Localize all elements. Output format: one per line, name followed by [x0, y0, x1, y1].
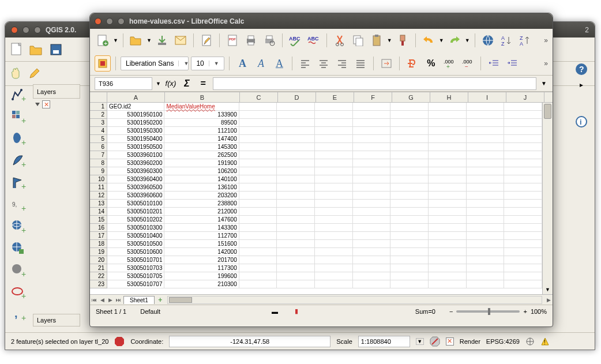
zoom-slider[interactable]	[456, 310, 520, 313]
col-header-E[interactable]: E	[316, 92, 354, 102]
cell[interactable]	[239, 232, 277, 240]
cell[interactable]	[277, 200, 315, 208]
stop-icon[interactable]	[114, 336, 125, 347]
vertical-scrollbar[interactable]: ▲ ▼	[542, 103, 553, 294]
cell[interactable]: 262500	[164, 151, 239, 159]
cell[interactable]	[467, 111, 505, 119]
cell[interactable]	[239, 240, 277, 248]
cell[interactable]	[315, 240, 353, 248]
cell[interactable]	[504, 272, 542, 280]
cell[interactable]	[467, 127, 505, 135]
row-header[interactable]: 19	[90, 248, 107, 256]
cell[interactable]: 147600	[164, 216, 239, 224]
new-project-icon[interactable]	[9, 42, 25, 58]
row-header[interactable]: 23	[90, 280, 107, 288]
cell[interactable]	[315, 256, 353, 264]
feather-icon[interactable]: +	[10, 152, 27, 170]
cell[interactable]: 147400	[164, 135, 239, 143]
italic-icon[interactable]: A	[253, 55, 269, 72]
col-header-I[interactable]: I	[468, 92, 506, 102]
row-header[interactable]: 21	[90, 264, 107, 272]
cell[interactable]	[239, 264, 277, 272]
cell[interactable]	[353, 103, 391, 111]
cell[interactable]	[504, 248, 542, 256]
hscroll-thumb[interactable]	[169, 297, 192, 303]
align-justify-icon[interactable]	[352, 55, 369, 72]
warning-icon[interactable]: !	[540, 337, 550, 346]
save-icon[interactable]	[48, 42, 64, 58]
flag-icon[interactable]: +	[10, 174, 27, 192]
cell[interactable]	[429, 143, 467, 151]
cell[interactable]	[353, 208, 391, 216]
render-checkbox[interactable]: ✕	[446, 337, 454, 346]
cell[interactable]: 53005010600	[107, 248, 164, 256]
row-header[interactable]: 13	[90, 200, 107, 208]
cell[interactable]	[504, 175, 542, 183]
cell[interactable]	[467, 143, 505, 151]
cell[interactable]	[429, 264, 467, 272]
hscroll-right[interactable]: ▶	[544, 297, 553, 303]
cell[interactable]	[277, 111, 315, 119]
auto-spellcheck-icon[interactable]: ABC	[306, 32, 322, 48]
cell[interactable]	[315, 119, 353, 127]
cell[interactable]	[277, 167, 315, 175]
cells-area[interactable]: GEO.id2MedianValueHome530019501001339005…	[107, 103, 542, 288]
cell[interactable]	[390, 192, 429, 200]
cell[interactable]	[353, 183, 391, 192]
cell[interactable]: 238800	[164, 200, 239, 208]
cell[interactable]	[353, 200, 391, 208]
cell[interactable]	[239, 208, 277, 216]
cell[interactable]	[277, 256, 315, 264]
crs-icon[interactable]	[525, 337, 535, 346]
cell[interactable]	[429, 151, 467, 159]
decrease-indent-icon[interactable]	[486, 55, 502, 72]
cell[interactable]	[239, 248, 277, 256]
cell[interactable]	[315, 111, 353, 119]
font-size-dropdown[interactable]: 10▼	[191, 57, 224, 70]
cell[interactable]	[315, 143, 353, 151]
cell[interactable]: 112700	[164, 232, 239, 240]
qgis-layer-row[interactable]: ✕	[35, 100, 50, 108]
qgis-layers-tab[interactable]: Layers	[33, 314, 80, 327]
cell[interactable]	[239, 159, 277, 167]
cell[interactable]	[277, 192, 315, 200]
cell[interactable]	[429, 256, 467, 264]
cell[interactable]	[239, 183, 277, 192]
cell[interactable]: 53005010703	[107, 264, 164, 272]
cell[interactable]	[353, 175, 391, 183]
vector-layer-icon[interactable]: +	[10, 87, 27, 104]
cell[interactable]: 191900	[164, 159, 239, 167]
cell[interactable]	[504, 119, 542, 127]
cell[interactable]	[504, 111, 542, 119]
cell[interactable]: 53005010500	[107, 240, 164, 248]
lo-close-btn[interactable]	[95, 18, 102, 25]
copy-icon[interactable]	[350, 32, 366, 48]
cell[interactable]: 142000	[164, 248, 239, 256]
cell[interactable]	[353, 216, 391, 224]
zoom-value[interactable]: 100%	[531, 308, 547, 315]
cell[interactable]	[467, 256, 505, 264]
cell[interactable]	[239, 175, 277, 183]
cell[interactable]	[277, 103, 315, 111]
cell[interactable]: 53003960400	[107, 175, 164, 183]
cell[interactable]	[429, 135, 467, 143]
cell[interactable]: 212000	[164, 208, 239, 216]
cell[interactable]	[315, 151, 353, 159]
scale-input[interactable]	[358, 336, 410, 347]
cell[interactable]	[504, 256, 542, 264]
cell[interactable]	[390, 143, 429, 151]
cell[interactable]	[467, 208, 505, 216]
zoom-out-icon[interactable]: −	[449, 308, 453, 315]
cell[interactable]	[504, 151, 542, 159]
cell[interactable]	[239, 127, 277, 135]
spellcheck-icon[interactable]: ABC	[287, 32, 303, 48]
cell[interactable]	[277, 183, 315, 192]
cell[interactable]	[390, 151, 429, 159]
postgis-icon[interactable]: +	[10, 130, 27, 148]
formula-input[interactable]	[213, 77, 536, 90]
cell[interactable]	[353, 159, 391, 167]
cell[interactable]	[277, 119, 315, 127]
cell[interactable]	[429, 192, 467, 200]
toolbar-expand[interactable]: »	[544, 59, 548, 67]
row-header[interactable]: 6	[90, 143, 107, 151]
